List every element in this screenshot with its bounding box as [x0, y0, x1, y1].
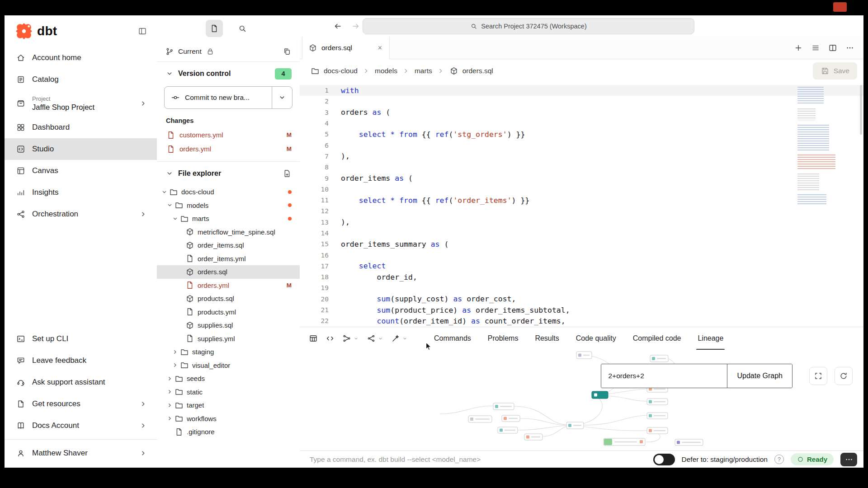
- code-line[interactable]: 16: [300, 249, 863, 260]
- back-arrow-icon[interactable]: [333, 22, 342, 31]
- tree-item-order-items-yml[interactable]: order_items.yml: [157, 252, 300, 266]
- code-line[interactable]: 3orders as (: [300, 107, 863, 118]
- code-line[interactable]: 19: [300, 282, 863, 293]
- code-line[interactable]: 14: [300, 228, 863, 239]
- lineage-node[interactable]: [647, 413, 668, 419]
- code-line[interactable]: 13),: [300, 217, 863, 228]
- code-line[interactable]: 20 sum(supply_cost) as order_cost,: [300, 294, 863, 305]
- results-table-icon[interactable]: [309, 334, 318, 343]
- save-button[interactable]: Save: [813, 62, 857, 80]
- sidebar-item-leave-feedback[interactable]: Leave feedback: [5, 350, 157, 371]
- tree-item-target[interactable]: target: [157, 399, 300, 412]
- sidebar-item-catalog[interactable]: Catalog: [5, 69, 157, 90]
- breadcrumb-item[interactable]: models: [375, 67, 397, 75]
- generate-icon[interactable]: [391, 334, 400, 343]
- tree-item-products-sql[interactable]: products.sql: [157, 292, 300, 305]
- tab-list-icon[interactable]: [811, 43, 820, 52]
- panel-tab-commands[interactable]: Commands: [434, 327, 471, 350]
- lineage-icon[interactable]: [342, 334, 351, 343]
- tree-item-marts[interactable]: marts: [157, 212, 300, 225]
- code-line[interactable]: 17 select: [300, 261, 863, 272]
- code-compile-icon[interactable]: [326, 334, 335, 343]
- workspace-search-bar[interactable]: Search Project 372475 (Workspace): [363, 18, 694, 34]
- new-file-icon[interactable]: [283, 169, 292, 178]
- code-line[interactable]: 11 select * from {{ ref('order_items') }…: [300, 195, 863, 206]
- code-line[interactable]: 10: [300, 184, 863, 195]
- sidebar-item-set-up-cli[interactable]: Set up CLI: [5, 328, 157, 350]
- code-line[interactable]: 21 sum(product_price) as order_items_sub…: [300, 305, 863, 315]
- tab-orders-sql[interactable]: orders.sql: [302, 37, 390, 59]
- code-line[interactable]: 5 select * from {{ ref('stg_orders') }}: [300, 129, 863, 140]
- lineage-node[interactable]: [576, 352, 592, 359]
- sidebar-item-ask-support-assistant[interactable]: Ask support assistant: [5, 371, 157, 393]
- sidebar-item-account-home[interactable]: Account home: [5, 47, 157, 69]
- defer-toggle[interactable]: [653, 454, 675, 465]
- update-graph-button[interactable]: Update Graph: [727, 364, 792, 388]
- lineage-node[interactable]: [604, 438, 645, 446]
- chevron-down-icon[interactable]: [165, 169, 174, 178]
- code-line[interactable]: 22 count(order_item_id) as count_order_i…: [300, 315, 863, 326]
- lineage-node[interactable]: [647, 427, 668, 434]
- code-line[interactable]: 12: [300, 206, 863, 216]
- lineage-node[interactable]: [498, 427, 518, 433]
- help-icon[interactable]: [774, 455, 784, 464]
- sidebar-item-orchestration[interactable]: Orchestration: [5, 203, 157, 225]
- lineage-node[interactable]: [647, 399, 668, 405]
- changed-file-orders-yml[interactable]: orders.ymlM: [157, 142, 300, 156]
- panel-tab-compiled-code[interactable]: Compiled code: [633, 327, 681, 350]
- tree-item-supplies-yml[interactable]: supplies.yml: [157, 332, 300, 346]
- tree-item-workflows[interactable]: workflows: [157, 412, 300, 426]
- panel-tab-code-quality[interactable]: Code quality: [576, 327, 616, 350]
- forward-arrow-icon[interactable]: [351, 22, 360, 31]
- tree-item-orders-sql[interactable]: orders.sql: [157, 265, 300, 279]
- fullscreen-button[interactable]: [809, 367, 827, 385]
- breadcrumb-file[interactable]: orders.sql: [462, 67, 493, 75]
- command-input[interactable]: [309, 455, 646, 464]
- chevron-down-icon[interactable]: [402, 336, 408, 342]
- split-view-icon[interactable]: [828, 43, 837, 52]
- lineage-node[interactable]: [675, 439, 703, 446]
- commit-button[interactable]: Commit to new bra...: [164, 86, 292, 109]
- lineage-node[interactable]: [592, 391, 608, 399]
- more-options-icon[interactable]: [845, 43, 854, 52]
- panel-tab-lineage[interactable]: Lineage: [698, 327, 723, 350]
- code-line[interactable]: 15order_items_summary as (: [300, 239, 863, 249]
- refresh-graph-button[interactable]: [835, 367, 853, 385]
- lineage-node[interactable]: [650, 355, 668, 362]
- code-line[interactable]: 4: [300, 118, 863, 129]
- breadcrumb-item[interactable]: docs-cloud: [324, 67, 358, 75]
- code-line[interactable]: 18 order_id,: [300, 272, 863, 282]
- tree-item-order-items-sql[interactable]: order_items.sql: [157, 239, 300, 252]
- code-line[interactable]: 7),: [300, 151, 863, 162]
- sidebar-item-dashboard[interactable]: Dashboard: [5, 117, 157, 138]
- sidebar-item-studio[interactable]: Studio: [5, 138, 157, 160]
- breadcrumb-item[interactable]: marts: [415, 67, 432, 75]
- tree-item-static[interactable]: static: [157, 385, 300, 399]
- files-view-button[interactable]: [206, 20, 223, 37]
- sidebar-item-canvas[interactable]: Canvas: [5, 160, 157, 182]
- lineage-node[interactable]: [524, 434, 542, 440]
- sidebar-item-docs-account[interactable]: Docs Account: [5, 415, 157, 436]
- code-line[interactable]: 9order_items as (: [300, 173, 863, 183]
- sidebar-item-insights[interactable]: Insights: [5, 182, 157, 203]
- sidebar-item-get-resources[interactable]: Get resources: [5, 393, 157, 415]
- collapse-sidebar-icon[interactable]: [138, 27, 147, 36]
- code-line[interactable]: 6: [300, 140, 863, 150]
- code-editor[interactable]: 1with23orders as (45 select * from {{ re…: [300, 83, 863, 327]
- changed-file-customers-yml[interactable]: customers.ymlM: [157, 128, 300, 142]
- chevron-down-icon[interactable]: [353, 336, 359, 342]
- tree-item-gitignore[interactable]: .gitignore: [157, 425, 300, 439]
- code-line[interactable]: 8: [300, 162, 863, 173]
- lineage-node[interactable]: [502, 415, 520, 422]
- panel-tab-results[interactable]: Results: [535, 327, 559, 350]
- tree-item-visual-editor[interactable]: visual_editor: [157, 359, 300, 372]
- command-more-button[interactable]: [840, 453, 857, 466]
- close-tab-icon[interactable]: [377, 44, 383, 51]
- tree-item-supplies-sql[interactable]: supplies.sql: [157, 319, 300, 332]
- tree-item-models[interactable]: models: [157, 199, 300, 212]
- code-line[interactable]: 1with: [300, 85, 863, 96]
- tree-item-metricflow-time-spine-sql[interactable]: metricflow_time_spine.sql: [157, 225, 300, 239]
- lineage-selector-input[interactable]: [601, 364, 727, 388]
- commit-options-button[interactable]: [272, 87, 292, 108]
- chevron-down-icon[interactable]: [377, 336, 383, 342]
